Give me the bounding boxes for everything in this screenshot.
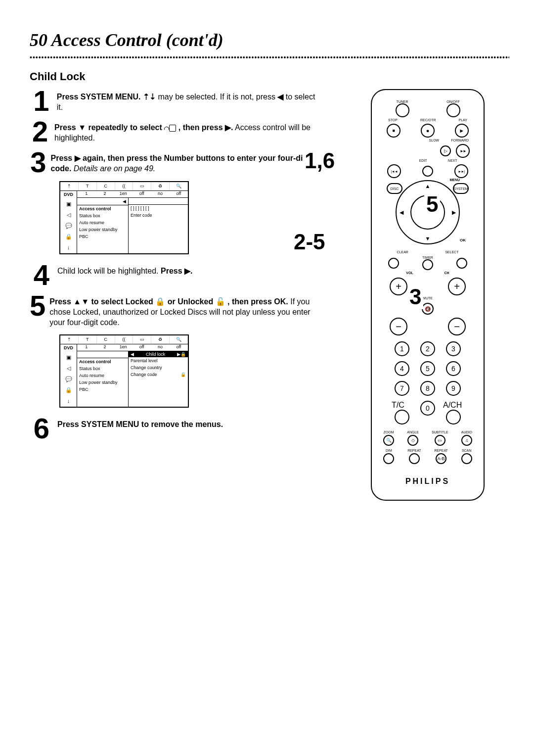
num-2-button[interactable]: 2 bbox=[420, 341, 435, 356]
lock-icon: 🔒 bbox=[180, 372, 186, 377]
num-4-button[interactable]: 4 bbox=[395, 361, 409, 376]
avch-button[interactable] bbox=[446, 410, 461, 425]
step3-italic: Details are on page 49. bbox=[74, 164, 155, 173]
stop-button[interactable] bbox=[387, 124, 400, 138]
timer-label: TIMER bbox=[422, 256, 433, 259]
step-number: 3 bbox=[30, 150, 47, 174]
num-5-button[interactable]: 5 bbox=[420, 361, 435, 376]
menu-sidebar-icons: ▣◁💬🔒↓ bbox=[60, 351, 77, 407]
tuner-button[interactable] bbox=[396, 103, 409, 117]
step-3: 3 Press ▶ again, then press the Number b… bbox=[30, 150, 316, 174]
pic-icon: ▣ bbox=[66, 201, 71, 207]
vol-label: VOL bbox=[406, 271, 413, 275]
repeat-button[interactable] bbox=[409, 453, 420, 464]
num-6-button[interactable]: 6 bbox=[446, 361, 461, 376]
page-number: 50 bbox=[30, 30, 47, 50]
up-arrow-icon[interactable]: ▲ bbox=[425, 183, 431, 189]
subtitle-button[interactable]: ▭ bbox=[435, 435, 445, 446]
callout-5: 5 bbox=[424, 192, 440, 217]
play-button[interactable] bbox=[455, 124, 469, 138]
slow-button[interactable]: ▷ bbox=[440, 145, 451, 156]
step5-bold2: or Unlocked bbox=[168, 297, 213, 306]
step-1: 1 Press SYSTEM MENU. ⇡⇣ may be selected.… bbox=[30, 89, 316, 113]
step-2: 2 Press ▼ repeatedly to select , then pr… bbox=[30, 120, 316, 143]
back-arrow-icon: ◀ bbox=[77, 198, 128, 205]
ch-up-button[interactable]: + bbox=[448, 278, 466, 295]
zoom-button[interactable]: 🔍 bbox=[383, 435, 394, 446]
menu-col: 1 bbox=[77, 191, 95, 197]
ff-button[interactable] bbox=[456, 144, 470, 158]
num-0-button[interactable]: 0 bbox=[420, 401, 435, 416]
locked-icon: 🔒 bbox=[155, 297, 165, 306]
angle-button[interactable]: ◇ bbox=[407, 435, 418, 446]
num-7-button[interactable]: 7 bbox=[395, 381, 409, 396]
repeat-ab-button[interactable]: A-B bbox=[436, 453, 446, 464]
menu-col: 2 bbox=[95, 191, 114, 197]
step-number: 1 bbox=[30, 89, 53, 113]
mute-label: MUTE bbox=[377, 296, 479, 300]
menu-icon: ⇡ bbox=[60, 182, 79, 190]
clear-button[interactable] bbox=[388, 258, 399, 269]
menu-item: Status box bbox=[77, 365, 128, 372]
num-1-button[interactable]: 1 bbox=[395, 341, 409, 356]
child-lock-hi: Child lock bbox=[146, 352, 165, 357]
menu-col: off bbox=[170, 191, 188, 197]
num-8-button[interactable]: 8 bbox=[420, 381, 435, 396]
lock-outline-icon bbox=[164, 123, 176, 132]
num-3-button[interactable]: 3 bbox=[446, 341, 461, 356]
angle-label: ANGLE bbox=[407, 430, 419, 434]
menu-screenshot-2: ⇡TC((▭♻🔍 DVD 1 2 1en off no off ▣◁💬🔒↓ bbox=[59, 334, 189, 408]
disc-button[interactable]: DISC bbox=[387, 183, 402, 194]
left-arrow-icon: ◀ bbox=[277, 92, 283, 102]
menu-col: off bbox=[170, 344, 188, 351]
menu-right-item: Change code bbox=[131, 372, 157, 377]
menu-col: no bbox=[151, 191, 169, 197]
down-arrow-icon[interactable]: ▼ bbox=[425, 236, 431, 241]
rec-button[interactable] bbox=[421, 124, 435, 138]
menu-col: 2 bbox=[95, 344, 114, 351]
select-label: SELECT bbox=[445, 250, 458, 254]
lock-icon: 🔒 bbox=[65, 234, 72, 240]
dim-label: DIM bbox=[386, 449, 392, 452]
edit-button[interactable] bbox=[422, 166, 433, 177]
tc-button[interactable] bbox=[395, 410, 409, 425]
prev-button[interactable] bbox=[387, 164, 401, 178]
repeat-label: REPEAT bbox=[407, 449, 421, 452]
zoom-label: ZOOM bbox=[384, 430, 394, 434]
vol-down-button[interactable]: − bbox=[390, 318, 407, 335]
next-button[interactable] bbox=[454, 164, 468, 178]
divider-dots: ••••••••••••••••••••••••••••••••••••••••… bbox=[30, 53, 509, 61]
right-arrow-icon[interactable]: ▶ bbox=[452, 209, 456, 216]
left-arrow-icon[interactable]: ◀ bbox=[400, 209, 403, 216]
play-label: PLAY bbox=[459, 118, 467, 122]
speaker-icon: ◁ bbox=[67, 212, 71, 218]
scan-button[interactable] bbox=[461, 453, 472, 464]
timer-button[interactable] bbox=[422, 259, 433, 270]
step-number: 5 bbox=[30, 294, 45, 328]
num-9-button[interactable]: 9 bbox=[446, 381, 461, 396]
edit-label: EDIT bbox=[419, 159, 427, 162]
system-button[interactable]: SYSTEM bbox=[453, 183, 469, 194]
menu-item: Low power standby bbox=[77, 379, 128, 386]
remote-control-illustration: TUNER ON/OFF STOPREC/OTRPLAY SLOWFORWARD… bbox=[371, 89, 485, 501]
menu-item: Status box bbox=[77, 212, 128, 219]
step-6: 6 Press SYSTEM MENU to remove the menus. bbox=[30, 417, 316, 440]
menu-col: 1 bbox=[77, 344, 95, 351]
dim-button[interactable] bbox=[383, 453, 394, 464]
audio-button[interactable]: ♫ bbox=[461, 435, 472, 446]
vol-up-button[interactable]: + bbox=[390, 278, 407, 295]
speech-icon: 💬 bbox=[65, 223, 72, 229]
stop-label: STOP bbox=[388, 118, 398, 122]
code-boxes: [ ] [ ] [ ] [ ] bbox=[129, 205, 188, 212]
ch-label: CH bbox=[444, 271, 449, 275]
rec-label: REC/OTR bbox=[420, 118, 436, 122]
menu-item: Auto resume bbox=[77, 219, 128, 226]
power-button[interactable] bbox=[446, 103, 460, 117]
mute-button[interactable]: 🔇 bbox=[422, 303, 434, 315]
tc-label: T/C bbox=[392, 401, 412, 410]
dvd-label: DVD bbox=[60, 191, 77, 198]
menu-col: no bbox=[151, 344, 169, 351]
ch-down-button[interactable]: − bbox=[448, 318, 466, 335]
callout-3: 3 bbox=[407, 284, 423, 309]
select-button[interactable] bbox=[456, 258, 467, 269]
